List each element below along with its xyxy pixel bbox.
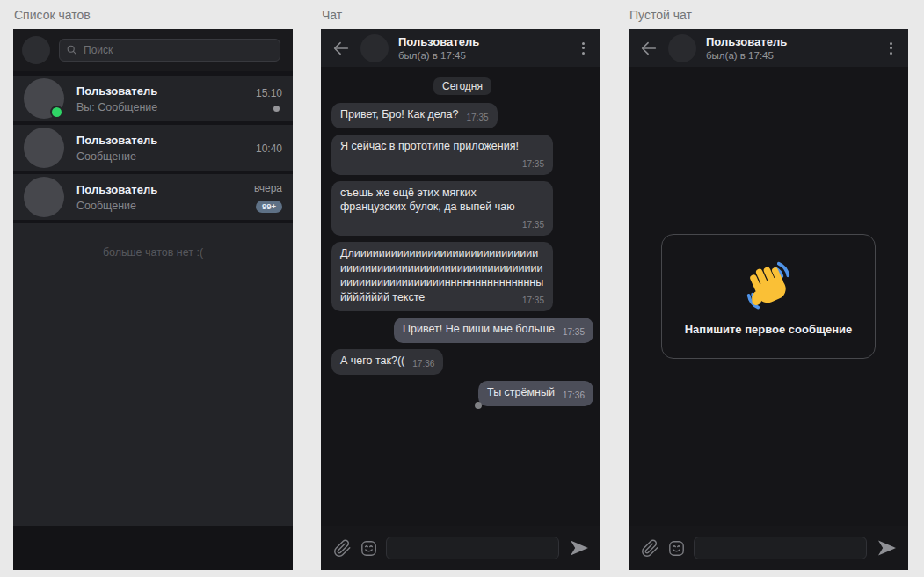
- message-time: 17:35: [522, 295, 544, 306]
- chat-header: Пользователь был(а) в 17:45: [629, 29, 908, 67]
- panel-chat-list: Список чатов Пользователь Вы: Сообщение …: [13, 8, 293, 570]
- back-arrow-icon: [331, 39, 351, 58]
- empty-state-text: Напишите первое сообщение: [685, 323, 853, 336]
- back-arrow-icon: [639, 39, 658, 58]
- message-row: Я сейчас в прототипе приложения!17:35: [331, 135, 593, 175]
- paperclip-icon: [333, 539, 352, 558]
- chat-list-header: [13, 29, 293, 76]
- send-button[interactable]: [567, 536, 592, 560]
- send-button[interactable]: [875, 536, 899, 560]
- message-row: Привет! Не пиши мне больше17:35: [331, 318, 593, 343]
- message-text: Привет, Бро! Как дела?: [340, 108, 459, 121]
- smiley-icon: [667, 539, 686, 558]
- contact-avatar[interactable]: [360, 34, 389, 62]
- message-bubble[interactable]: Привет! Не пиши мне больше17:35: [394, 318, 593, 343]
- message-row: А чего так?((17:36: [331, 349, 593, 375]
- chat-avatar: [24, 78, 64, 119]
- message-text: Длииииииииииииииииииииииииииииииииииииии…: [340, 247, 543, 303]
- contact-last-seen: был(а) в 17:45: [706, 50, 875, 61]
- frame-title: Чат: [322, 8, 600, 22]
- chat-list-item[interactable]: Пользователь Сообщение 10:40: [13, 125, 293, 174]
- message-bubble[interactable]: Привет, Бро! Как дела?17:35: [331, 103, 498, 128]
- read-status-dot: [273, 106, 280, 112]
- paperclip-icon: [641, 539, 659, 558]
- contact-name: Пользователь: [706, 35, 875, 48]
- my-avatar[interactable]: [22, 36, 50, 64]
- chat-time: 15:10: [256, 87, 282, 99]
- chat-last-message: Вы: Сообщение: [76, 101, 244, 113]
- message-row: съешь же ещё этих мягких французских бул…: [331, 181, 593, 236]
- panel-empty-chat: Пустой чат Пользователь был(а) в 17:45: [629, 8, 908, 570]
- smiley-icon: [360, 539, 378, 558]
- chat-list: Пользователь Вы: Сообщение 15:10 Пользов…: [13, 76, 293, 223]
- message-time: 17:36: [563, 390, 585, 401]
- emoji-button[interactable]: [667, 539, 686, 558]
- contact-avatar[interactable]: [668, 34, 696, 62]
- chat-header: Пользователь был(а) в 17:45: [321, 29, 600, 67]
- chat-last-message: Сообщение: [76, 200, 242, 212]
- send-arrow-icon: [569, 537, 590, 559]
- waving-hand-icon: [740, 258, 797, 314]
- message-bubble[interactable]: А чего так?((17:36: [331, 349, 443, 375]
- chat-last-message: Сообщение: [76, 150, 244, 163]
- no-more-chats-text: больше чатов нет :(: [13, 246, 293, 259]
- message-text: съешь же ещё этих мягких французских бул…: [340, 186, 515, 214]
- panel-chat: Чат Пользователь был(а) в 17:45 Сегодня …: [321, 8, 600, 570]
- message-time: 17:35: [522, 158, 544, 170]
- empty-state-card: Напишите первое сообщение: [661, 234, 876, 359]
- chat-name: Пользователь: [76, 84, 244, 98]
- message-text: А чего так?((: [340, 354, 404, 367]
- contact-name: Пользователь: [398, 35, 567, 48]
- message-bubble[interactable]: Ты стрёмный17:36: [478, 381, 593, 406]
- chat-avatar: [24, 128, 64, 168]
- chat-screen: Пользователь был(а) в 17:45 Сегодня Прив…: [321, 29, 600, 570]
- message-input-bar: [321, 526, 600, 570]
- message-time: 17:36: [412, 358, 434, 369]
- chat-name: Пользователь: [76, 183, 242, 196]
- chat-list-item[interactable]: Пользователь Сообщение вчера 99+: [13, 174, 293, 223]
- back-button[interactable]: [639, 39, 658, 58]
- kebab-menu-icon[interactable]: [884, 39, 898, 58]
- message-text: Привет! Не пиши мне больше: [403, 323, 555, 335]
- message-time: 17:35: [467, 112, 489, 123]
- message-input-bar: [629, 526, 908, 570]
- chat-list-bottom-bar: [13, 526, 293, 570]
- chat-list-screen: Пользователь Вы: Сообщение 15:10 Пользов…: [13, 29, 293, 570]
- message-text: Ты стрёмный: [487, 386, 555, 398]
- chat-avatar: [24, 177, 64, 217]
- back-button[interactable]: [331, 39, 351, 58]
- empty-chat-screen: Пользователь был(а) в 17:45: [629, 29, 908, 570]
- search-input[interactable]: [59, 39, 280, 62]
- search-box: [59, 39, 280, 62]
- message-input[interactable]: [386, 537, 559, 559]
- message-bubble[interactable]: Длииииииииииииииииииииииииииииииииииииии…: [331, 242, 553, 311]
- frame-title: Пустой чат: [629, 8, 908, 22]
- attach-button[interactable]: [333, 539, 352, 558]
- contact-last-seen: был(а) в 17:45: [398, 50, 567, 61]
- message-time: 17:35: [563, 326, 585, 338]
- chat-list-item[interactable]: Пользователь Вы: Сообщение 15:10: [13, 76, 293, 125]
- message-list: Привет, Бро! Как дела?17:35 Я сейчас в п…: [331, 103, 593, 413]
- kebab-menu-icon[interactable]: [577, 39, 590, 58]
- message-row: Привет, Бро! Как дела?17:35: [331, 103, 593, 128]
- message-bubble[interactable]: съешь же ещё этих мягких французских бул…: [331, 181, 553, 236]
- message-status-dot: [475, 402, 482, 409]
- attach-button[interactable]: [641, 539, 659, 558]
- frame-title: Список чатов: [14, 8, 293, 22]
- message-time: 17:35: [522, 219, 544, 230]
- chat-name: Пользователь: [76, 134, 244, 147]
- emoji-button[interactable]: [360, 539, 378, 558]
- online-indicator: [50, 106, 63, 119]
- message-text: Я сейчас в прототипе приложения!: [340, 140, 519, 152]
- send-arrow-icon: [877, 537, 898, 559]
- message-bubble[interactable]: Я сейчас в прототипе приложения!17:35: [331, 135, 553, 175]
- unread-badge: 99+: [256, 201, 282, 214]
- message-row: Ты стрёмный17:36: [331, 381, 593, 406]
- chat-time: вчера: [254, 182, 282, 194]
- chat-time: 10:40: [256, 142, 282, 155]
- date-chip: Сегодня: [433, 77, 491, 95]
- message-row: Длииииииииииииииииииииииииииииииииииииии…: [331, 242, 593, 311]
- message-input[interactable]: [694, 537, 867, 559]
